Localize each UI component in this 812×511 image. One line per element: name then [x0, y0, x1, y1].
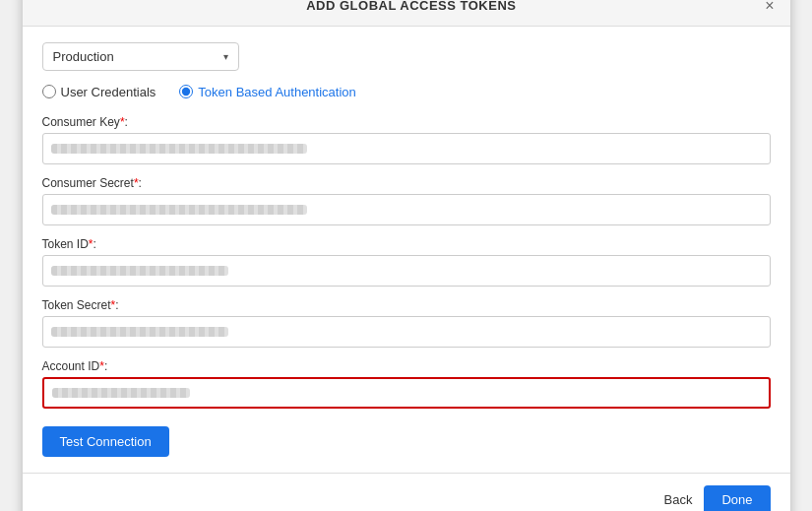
consumer-key-input[interactable] [42, 133, 771, 164]
consumer-key-label: Consumer Key*: [42, 115, 771, 129]
back-button[interactable]: Back [664, 492, 693, 507]
token-secret-input[interactable] [42, 316, 771, 348]
modal-footer: Back Done [23, 473, 790, 512]
token-id-input[interactable] [42, 255, 771, 287]
modal-header: ADD GLOBAL ACCESS TOKENS × [23, 0, 790, 27]
radio-user-credentials[interactable]: User Credentials [42, 85, 156, 99]
test-connection-button[interactable]: Test Connection [42, 426, 169, 457]
account-id-required: * [99, 359, 104, 373]
radio-input-user-credentials[interactable] [42, 85, 56, 98]
done-button[interactable]: Done [704, 485, 770, 512]
environment-dropdown-wrapper: Production ▾ [42, 42, 771, 71]
consumer-secret-label: Consumer Secret*: [42, 176, 771, 190]
account-id-value [52, 388, 190, 398]
consumer-key-required: * [120, 115, 125, 129]
token-secret-field: Token Secret*: [42, 298, 771, 348]
token-secret-value [51, 327, 228, 337]
close-button[interactable]: × [765, 0, 774, 14]
auth-type-radio-group: User Credentials Token Based Authenticat… [42, 85, 771, 99]
modal-title: ADD GLOBAL ACCESS TOKENS [58, 0, 766, 13]
account-id-input[interactable] [42, 377, 771, 409]
token-secret-required: * [111, 298, 116, 312]
radio-label-user-credentials: User Credentials [61, 85, 156, 99]
token-id-required: * [89, 237, 94, 251]
chevron-down-icon: ▾ [223, 51, 228, 62]
consumer-secret-value [51, 205, 307, 215]
radio-input-token-based[interactable] [179, 85, 193, 98]
consumer-secret-required: * [134, 176, 139, 190]
radio-label-token-based: Token Based Authentication [198, 85, 355, 99]
token-id-value [51, 266, 228, 276]
modal-body: Production ▾ User Credentials Token Base… [23, 27, 790, 473]
consumer-secret-input[interactable] [42, 194, 771, 225]
consumer-secret-field: Consumer Secret*: [42, 176, 771, 225]
account-id-field: Account ID*: [42, 359, 771, 409]
token-id-label: Token ID*: [42, 237, 771, 251]
dropdown-selected-value: Production [53, 49, 114, 64]
environment-dropdown[interactable]: Production ▾ [42, 42, 239, 71]
consumer-key-field: Consumer Key*: [42, 115, 771, 164]
radio-token-based[interactable]: Token Based Authentication [179, 85, 355, 99]
token-id-field: Token ID*: [42, 237, 771, 287]
token-secret-label: Token Secret*: [42, 298, 771, 312]
modal-container: ADD GLOBAL ACCESS TOKENS × Production ▾ … [23, 0, 790, 511]
account-id-label: Account ID*: [42, 359, 771, 373]
consumer-key-value [51, 144, 307, 154]
